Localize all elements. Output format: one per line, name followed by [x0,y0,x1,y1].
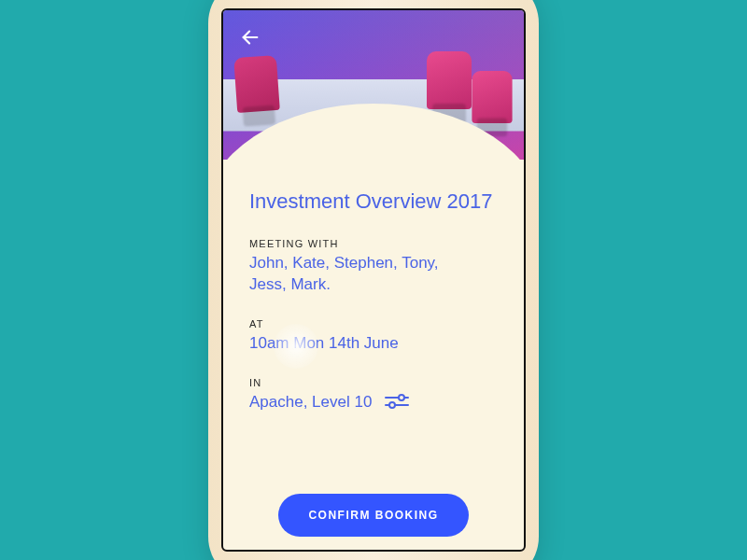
booking-details: Investment Overview 2017 MEETING WITH Jo… [223,160,524,414]
app-stage: Investment Overview 2017 MEETING WITH Jo… [0,0,747,560]
confirm-wrap: CONFIRM BOOKING [223,494,524,537]
room-settings-button[interactable] [385,392,409,414]
hero-image [223,10,524,160]
meeting-title: Investment Overview 2017 [249,189,498,214]
label-meeting-with: MEETING WITH [249,238,498,249]
value-at: 10am Mon 14th June [249,333,473,355]
label-at: AT [249,318,498,329]
sliders-icon [385,392,409,411]
value-in: Apache, Level 10 [249,392,372,413]
svg-point-4 [389,402,395,408]
hero-chair-illustration [427,51,472,109]
confirm-booking-button[interactable]: CONFIRM BOOKING [278,494,468,537]
arrow-left-icon [240,27,261,48]
phone-screen: Investment Overview 2017 MEETING WITH Jo… [221,8,526,552]
label-in: IN [249,377,498,388]
back-button[interactable] [236,23,264,51]
hero-chair-illustration [233,55,280,113]
value-meeting-with: John, Kate, Stephen, Tony, Jess, Mark. [249,253,473,296]
svg-point-2 [399,395,404,400]
phone-frame: Investment Overview 2017 MEETING WITH Jo… [208,0,539,560]
hero-chair-illustration [472,71,512,123]
